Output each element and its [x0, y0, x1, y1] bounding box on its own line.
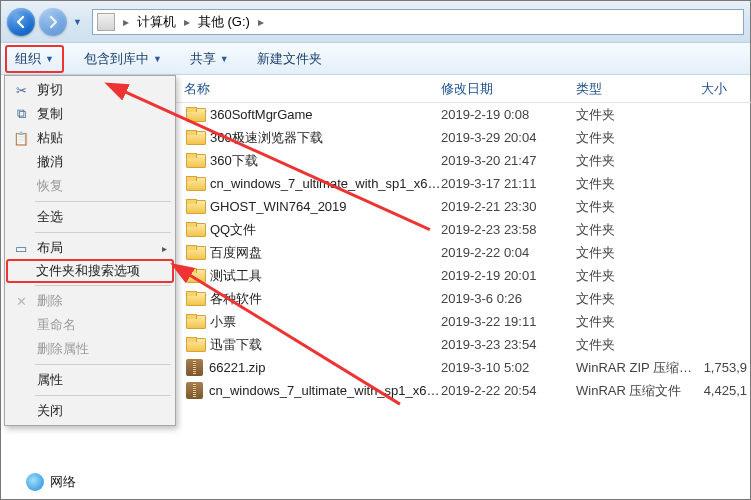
- file-row[interactable]: 测试工具2019-2-19 20:01文件夹: [176, 264, 751, 287]
- file-row[interactable]: cn_windows_7_ultimate_with_sp1_x6…2019-2…: [176, 379, 751, 402]
- menu-properties[interactable]: 属性: [7, 368, 173, 392]
- menu-folder-search-options[interactable]: 文件夹和搜索选项: [6, 259, 174, 283]
- col-name[interactable]: 名称: [176, 80, 441, 98]
- arrow-left-icon: [13, 14, 29, 30]
- menu-selectall[interactable]: 全选: [7, 205, 173, 229]
- newfolder-label: 新建文件夹: [257, 50, 322, 68]
- organize-label: 组织: [15, 50, 41, 68]
- menu-rename: 重命名: [7, 313, 173, 337]
- file-type: 文件夹: [576, 267, 701, 285]
- file-row[interactable]: 360下载2019-3-20 21:47文件夹: [176, 149, 751, 172]
- organize-button[interactable]: 组织 ▼: [5, 45, 64, 73]
- file-row[interactable]: 360极速浏览器下载2019-3-29 20:04文件夹: [176, 126, 751, 149]
- file-size: 4,425,1: [701, 383, 751, 398]
- menu-undo-label: 撤消: [37, 153, 63, 171]
- menu-copy[interactable]: ⧉ 复制: [7, 102, 173, 126]
- menu-separator: [35, 232, 171, 233]
- dropdown-icon: ▼: [220, 54, 229, 64]
- folder-icon: [186, 107, 204, 122]
- network-icon: [26, 473, 44, 491]
- file-date: 2019-3-20 21:47: [441, 153, 576, 168]
- file-rows: 360SoftMgrGame2019-2-19 0:08文件夹360极速浏览器下…: [176, 103, 751, 402]
- file-row[interactable]: 360SoftMgrGame2019-2-19 0:08文件夹: [176, 103, 751, 126]
- nav-history-dropdown[interactable]: ▼: [73, 17, 82, 27]
- file-row[interactable]: QQ文件2019-2-23 23:58文件夹: [176, 218, 751, 241]
- tree-item-network[interactable]: 网络: [26, 473, 76, 491]
- menu-layout[interactable]: ▭ 布局 ▸: [7, 236, 173, 260]
- file-type: 文件夹: [576, 290, 701, 308]
- breadcrumb-drive[interactable]: 其他 (G:): [194, 10, 254, 34]
- col-type[interactable]: 类型: [576, 80, 701, 98]
- menu-paste[interactable]: 📋 粘贴: [7, 126, 173, 150]
- file-row[interactable]: 66221.zip2019-3-10 5:02WinRAR ZIP 压缩…1,7…: [176, 356, 751, 379]
- menu-copy-label: 复制: [37, 105, 63, 123]
- nav-back-button[interactable]: [7, 8, 35, 36]
- menu-layout-label: 布局: [37, 239, 63, 257]
- file-name: 各种软件: [210, 290, 262, 308]
- col-size[interactable]: 大小: [701, 80, 751, 98]
- file-type: 文件夹: [576, 152, 701, 170]
- menu-separator: [35, 364, 171, 365]
- address-bar[interactable]: ▸ 计算机 ▸ 其他 (G:) ▸: [92, 9, 744, 35]
- col-date[interactable]: 修改日期: [441, 80, 576, 98]
- folder-icon: [186, 291, 204, 306]
- file-date: 2019-2-19 0:08: [441, 107, 576, 122]
- file-name: GHOST_WIN764_2019: [210, 199, 347, 214]
- file-row[interactable]: 迅雷下载2019-3-23 23:54文件夹: [176, 333, 751, 356]
- menu-cut[interactable]: ✂ 剪切: [7, 78, 173, 102]
- file-name: 360下载: [210, 152, 258, 170]
- file-name: QQ文件: [210, 221, 256, 239]
- menu-delete: ✕ 删除: [7, 289, 173, 313]
- file-type: WinRAR 压缩文件: [576, 382, 701, 400]
- file-row[interactable]: cn_windows_7_ultimate_with_sp1_x6…2019-3…: [176, 172, 751, 195]
- paste-icon: 📋: [13, 130, 29, 146]
- new-folder-button[interactable]: 新建文件夹: [249, 47, 330, 71]
- file-row[interactable]: GHOST_WIN764_20192019-2-21 23:30文件夹: [176, 195, 751, 218]
- file-name: 360SoftMgrGame: [210, 107, 313, 122]
- include-label: 包含到库中: [84, 50, 149, 68]
- menu-cut-label: 剪切: [37, 81, 63, 99]
- archive-icon: [186, 382, 203, 399]
- file-name: 迅雷下载: [210, 336, 262, 354]
- menu-removeprops-label: 删除属性: [37, 340, 89, 358]
- file-date: 2019-3-22 19:11: [441, 314, 576, 329]
- share-button[interactable]: 共享 ▼: [182, 47, 237, 71]
- menu-selectall-label: 全选: [37, 208, 63, 226]
- folder-icon: [186, 199, 204, 214]
- file-row[interactable]: 各种软件2019-3-6 0:26文件夹: [176, 287, 751, 310]
- menu-remove-props: 删除属性: [7, 337, 173, 361]
- menu-paste-label: 粘贴: [37, 129, 63, 147]
- file-row[interactable]: 小票2019-3-22 19:11文件夹: [176, 310, 751, 333]
- menu-rename-label: 重命名: [37, 316, 76, 334]
- file-list: 名称 修改日期 类型 大小 360SoftMgrGame2019-2-19 0:…: [176, 75, 751, 499]
- tree-network-label: 网络: [50, 473, 76, 491]
- file-date: 2019-2-22 20:54: [441, 383, 576, 398]
- file-date: 2019-3-10 5:02: [441, 360, 576, 375]
- folder-icon: [186, 153, 204, 168]
- file-name: 小票: [210, 313, 236, 331]
- menu-properties-label: 属性: [37, 371, 63, 389]
- menu-undo[interactable]: 撤消: [7, 150, 173, 174]
- file-date: 2019-2-23 23:58: [441, 222, 576, 237]
- breadcrumb-computer[interactable]: 计算机: [133, 10, 180, 34]
- nav-forward-button[interactable]: [39, 8, 67, 36]
- folder-icon: [186, 222, 204, 237]
- folder-icon: [186, 130, 204, 145]
- file-type: 文件夹: [576, 198, 701, 216]
- file-date: 2019-2-19 20:01: [441, 268, 576, 283]
- titlebar: ▼ ▸ 计算机 ▸ 其他 (G:) ▸: [1, 1, 750, 43]
- file-name: cn_windows_7_ultimate_with_sp1_x6…: [209, 383, 440, 398]
- breadcrumb-separator: ▸: [254, 15, 268, 29]
- file-type: 文件夹: [576, 336, 701, 354]
- file-size: 1,753,9: [701, 360, 751, 375]
- include-in-library-button[interactable]: 包含到库中 ▼: [76, 47, 170, 71]
- file-type: 文件夹: [576, 106, 701, 124]
- menu-close[interactable]: 关闭: [7, 399, 173, 423]
- explorer-window: ▼ ▸ 计算机 ▸ 其他 (G:) ▸ 组织 ▼ 包含到库中 ▼ 共享 ▼ 新建…: [0, 0, 751, 500]
- column-headers: 名称 修改日期 类型 大小: [176, 75, 751, 103]
- file-row[interactable]: 百度网盘2019-2-22 0:04文件夹: [176, 241, 751, 264]
- file-date: 2019-3-17 21:11: [441, 176, 576, 191]
- copy-icon: ⧉: [13, 106, 29, 122]
- menu-redo-label: 恢复: [37, 177, 63, 195]
- toolbar: 组织 ▼ 包含到库中 ▼ 共享 ▼ 新建文件夹: [1, 43, 750, 75]
